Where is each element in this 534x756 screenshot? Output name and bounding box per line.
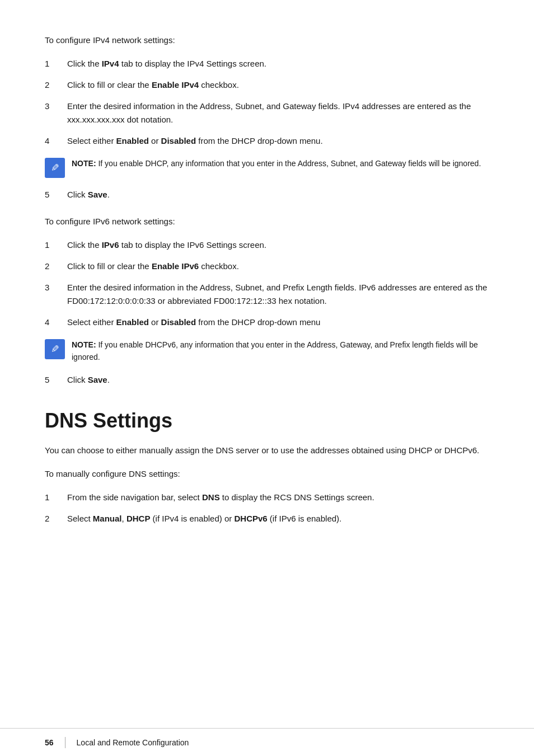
list-item: 5 Click Save. [45, 373, 489, 387]
page-content: To configure IPv4 network settings: 1 Cl… [0, 0, 534, 756]
step-number: 1 [45, 491, 67, 504]
dns-heading: DNS Settings [45, 409, 489, 433]
note-ipv6: NOTE: If you enable DHCPv6, any informat… [45, 339, 489, 363]
list-item: 2 Click to fill or clear the Enable IPv6… [45, 260, 489, 273]
list-item: 3 Enter the desired information in the A… [45, 281, 489, 308]
step-number: 3 [45, 281, 67, 308]
list-item: 2 Select Manual, DHCP (if IPv4 is enable… [45, 512, 489, 525]
list-item: 3 Enter the desired information in the A… [45, 100, 489, 126]
ipv6-steps-list: 1 Click the IPv6 tab to display the IPv6… [45, 238, 489, 329]
step-number: 2 [45, 512, 67, 525]
step-content: Select either Enabled or Disabled from t… [67, 134, 489, 148]
list-item: 1 Click the IPv4 tab to display the IPv4… [45, 57, 489, 71]
step-number: 2 [45, 260, 67, 273]
step-content: Enter the desired information in the Add… [67, 100, 489, 126]
step-number: 3 [45, 100, 67, 126]
step-number: 1 [45, 238, 67, 252]
step-number: 5 [45, 188, 67, 201]
note-icon [45, 339, 65, 359]
step-content: Click to fill or clear the Enable IPv4 c… [67, 78, 489, 92]
ipv6-step5-list: 5 Click Save. [45, 373, 489, 387]
step-number: 1 [45, 57, 67, 71]
list-item: 1 Click the IPv6 tab to display the IPv6… [45, 238, 489, 252]
footer: 56 Local and Remote Configuration [0, 728, 534, 756]
list-item: 4 Select either Enabled or Disabled from… [45, 134, 489, 148]
step-number: 4 [45, 316, 67, 329]
step-content: From the side navigation bar, select DNS… [67, 491, 489, 504]
ipv6-intro: To configure IPv6 network settings: [45, 215, 489, 228]
step-content: Select Manual, DHCP (if IPv4 is enabled)… [67, 512, 489, 525]
note-ipv4: NOTE: If you enable DHCP, any informatio… [45, 158, 489, 178]
step-content: Select either Enabled or Disabled from t… [67, 316, 489, 329]
note-text: NOTE: If you enable DHCP, any informatio… [72, 158, 481, 170]
step-content: Click Save. [67, 373, 489, 387]
dns-intro2: To manually configure DNS settings: [45, 467, 489, 481]
dns-steps-list: 1 From the side navigation bar, select D… [45, 491, 489, 525]
footer-title: Local and Remote Configuration [77, 738, 189, 747]
ipv4-intro: To configure IPv4 network settings: [45, 34, 489, 47]
ipv4-step5-list: 5 Click Save. [45, 188, 489, 201]
step-number: 4 [45, 134, 67, 148]
list-item: 1 From the side navigation bar, select D… [45, 491, 489, 504]
step-content: Enter the desired information in the Add… [67, 281, 489, 308]
step-content: Click the IPv4 tab to display the IPv4 S… [67, 57, 489, 71]
step-number: 5 [45, 373, 67, 387]
step-content: Click the IPv6 tab to display the IPv6 S… [67, 238, 489, 252]
step-content: Click to fill or clear the Enable IPv6 c… [67, 260, 489, 273]
footer-divider [65, 737, 65, 748]
footer-page-number: 56 [45, 738, 54, 747]
dns-intro1: You can choose to either manually assign… [45, 444, 489, 457]
step-content: Click Save. [67, 188, 489, 201]
ipv4-steps-list: 1 Click the IPv4 tab to display the IPv4… [45, 57, 489, 148]
step-number: 2 [45, 78, 67, 92]
list-item: 4 Select either Enabled or Disabled from… [45, 316, 489, 329]
list-item: 5 Click Save. [45, 188, 489, 201]
list-item: 2 Click to fill or clear the Enable IPv4… [45, 78, 489, 92]
note-icon [45, 158, 65, 178]
note-text: NOTE: If you enable DHCPv6, any informat… [72, 339, 489, 363]
